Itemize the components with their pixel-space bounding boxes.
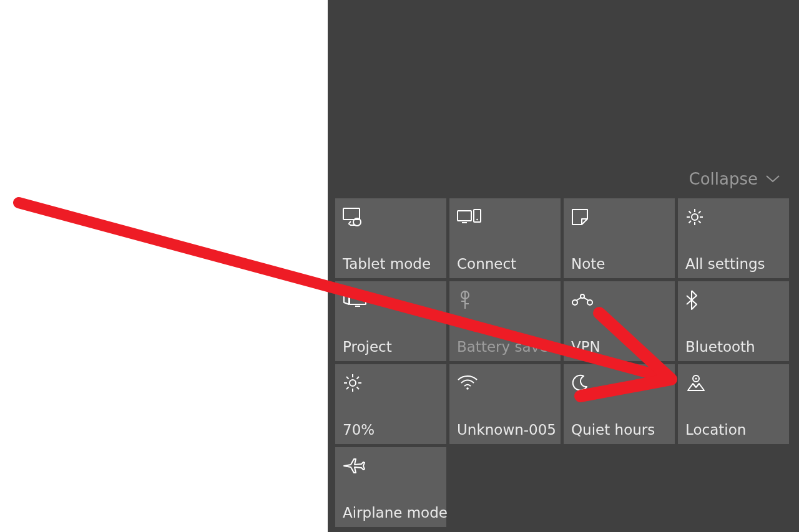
tile-label: Unknown-005 bbox=[457, 422, 553, 438]
tile-tablet-mode[interactable]: Tablet mode bbox=[335, 198, 446, 278]
tile-location[interactable]: Location bbox=[678, 364, 789, 444]
svg-line-25 bbox=[576, 297, 581, 301]
tile-vpn[interactable]: VPN bbox=[564, 281, 675, 361]
tile-all-settings[interactable]: All settings bbox=[678, 198, 789, 278]
vpn-icon bbox=[571, 289, 667, 311]
tile-battery-saver[interactable]: Battery saver bbox=[449, 281, 561, 361]
svg-point-6 bbox=[692, 214, 698, 220]
connect-icon bbox=[457, 206, 553, 228]
svg-line-11 bbox=[689, 211, 692, 214]
tile-brightness[interactable]: 70% bbox=[335, 364, 446, 444]
svg-point-5 bbox=[476, 219, 478, 221]
tile-label: Connect bbox=[457, 256, 553, 272]
quick-action-tiles: Tablet mode Connect Note bbox=[335, 198, 792, 527]
tile-label: 70% bbox=[343, 422, 439, 438]
svg-point-38 bbox=[695, 378, 697, 380]
action-center-panel: Collapse Tablet mode bbox=[328, 0, 799, 532]
svg-line-14 bbox=[689, 221, 692, 223]
svg-line-12 bbox=[699, 221, 701, 223]
svg-rect-15 bbox=[350, 293, 366, 304]
tile-label: All settings bbox=[685, 256, 782, 272]
collapse-label: Collapse bbox=[689, 170, 758, 188]
tile-label: VPN bbox=[571, 339, 667, 355]
svg-point-36 bbox=[466, 387, 469, 390]
bluetooth-icon bbox=[685, 289, 782, 311]
tile-quiet-hours[interactable]: Quiet hours bbox=[564, 364, 675, 444]
tile-project[interactable]: Project bbox=[335, 281, 446, 361]
svg-line-33 bbox=[357, 387, 360, 390]
tile-label: Quiet hours bbox=[571, 422, 667, 438]
tile-airplane-mode[interactable]: Airplane mode bbox=[335, 447, 446, 527]
wifi-icon bbox=[457, 372, 553, 394]
tablet-mode-icon bbox=[343, 206, 439, 228]
tile-connect[interactable]: Connect bbox=[449, 198, 561, 278]
tile-bluetooth[interactable]: Bluetooth bbox=[678, 281, 789, 361]
tile-label: Project bbox=[343, 339, 439, 355]
brightness-icon bbox=[343, 372, 439, 394]
svg-rect-2 bbox=[458, 211, 471, 221]
tile-note[interactable]: Note bbox=[564, 198, 675, 278]
tile-label: Battery saver bbox=[457, 339, 553, 355]
tile-label: Airplane mode bbox=[343, 505, 439, 521]
tile-label: Tablet mode bbox=[343, 256, 439, 272]
chevron-down-icon bbox=[765, 175, 780, 183]
airplane-icon bbox=[343, 455, 439, 477]
note-icon bbox=[571, 206, 667, 228]
battery-saver-icon bbox=[457, 289, 553, 311]
tile-label: Note bbox=[571, 256, 667, 272]
quiet-hours-icon bbox=[571, 372, 667, 394]
svg-line-32 bbox=[346, 377, 349, 379]
tile-label: Location bbox=[685, 422, 782, 438]
svg-line-34 bbox=[357, 377, 360, 379]
project-icon bbox=[343, 289, 439, 311]
svg-line-26 bbox=[584, 297, 589, 301]
tile-wifi[interactable]: Unknown-005 bbox=[449, 364, 561, 444]
collapse-button[interactable]: Collapse bbox=[689, 170, 781, 188]
location-icon bbox=[685, 372, 782, 394]
svg-line-35 bbox=[346, 387, 349, 390]
svg-point-27 bbox=[350, 380, 356, 386]
tile-label: Bluetooth bbox=[685, 339, 782, 355]
gear-icon bbox=[685, 206, 782, 228]
svg-line-13 bbox=[699, 211, 701, 214]
